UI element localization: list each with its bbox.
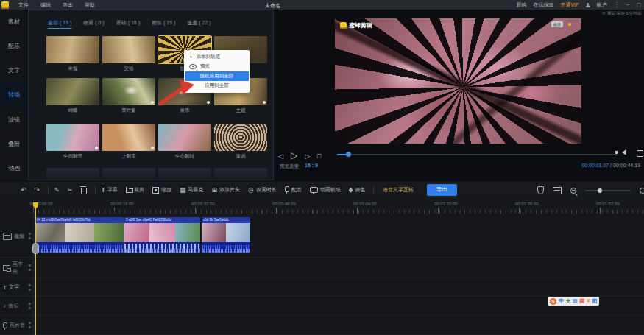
transition-thumbnail[interactable] bbox=[102, 78, 155, 105]
link-new-purchase[interactable]: 新购 bbox=[516, 1, 526, 9]
transition-item[interactable]: 中心翻转 bbox=[158, 124, 211, 160]
seek-knob[interactable] bbox=[346, 152, 351, 157]
more-menu-icon[interactable] bbox=[614, 1, 620, 8]
voiceover-button[interactable]: 配音 bbox=[285, 186, 302, 194]
transition-thumbnail[interactable] bbox=[158, 168, 211, 180]
track-text[interactable]: 文字 bbox=[0, 278, 644, 297]
ruler-label: 00:01:20.00 bbox=[434, 202, 458, 206]
redo-button[interactable] bbox=[35, 186, 40, 194]
sidebar-item-overlays[interactable]: 叠附 bbox=[0, 132, 28, 156]
menu-export[interactable]: 导出 bbox=[63, 1, 73, 9]
minimize-icon[interactable] bbox=[626, 1, 630, 8]
aspect-ratio-value[interactable]: 16 : 9 bbox=[305, 163, 318, 168]
transition-item[interactable]: 中间翻开 bbox=[46, 124, 99, 160]
undo-button[interactable] bbox=[21, 186, 26, 194]
track-manager-icon[interactable] bbox=[553, 187, 562, 194]
track-toggles[interactable] bbox=[29, 322, 31, 328]
tab-basic[interactable]: 基础 ( 18 ) bbox=[116, 19, 140, 29]
track-video[interactable]: 视频 04 12 c4d3b5ae56a4d6 fa9133b76d 3 a2f… bbox=[0, 215, 644, 258]
account-icon[interactable] bbox=[586, 3, 590, 7]
duration-button[interactable]: 设置时长 bbox=[248, 186, 277, 194]
transition-item[interactable]: 交错 bbox=[102, 36, 155, 72]
transition-thumbnail[interactable] bbox=[46, 78, 99, 105]
edit-button[interactable] bbox=[54, 187, 60, 194]
transition-thumbnail[interactable] bbox=[46, 168, 99, 180]
menu-add-to-track[interactable]: 添加到轨道 bbox=[184, 52, 250, 62]
mosaic-button[interactable]: 马赛克 bbox=[180, 186, 204, 194]
seek-slider[interactable] bbox=[337, 154, 617, 155]
timeline-zoom-slider[interactable] bbox=[585, 190, 631, 191]
sidebar-item-filters[interactable]: 滤镜 bbox=[0, 107, 28, 132]
playhead-line[interactable] bbox=[35, 203, 36, 335]
tab-cover[interactable]: 覆盖 ( 22 ) bbox=[187, 19, 210, 29]
sidebar-item-media[interactable]: 素材 bbox=[0, 10, 28, 34]
playhead-handle[interactable] bbox=[32, 243, 39, 254]
menu-edit[interactable]: 编辑 bbox=[40, 1, 51, 9]
menu-help[interactable]: 帮助 bbox=[85, 1, 95, 9]
transition-item[interactable]: 百叶窗 bbox=[102, 78, 155, 114]
text-icon bbox=[102, 186, 106, 194]
video-clip[interactable]: 04 12 c4d3b5ae56a4d6 fa9133b76d bbox=[35, 217, 124, 253]
track-toggles[interactable] bbox=[29, 233, 31, 239]
sidebar-item-music[interactable]: 配乐 bbox=[0, 34, 28, 58]
transition-item-partial[interactable] bbox=[102, 168, 155, 180]
zoom-in-icon[interactable] bbox=[640, 188, 644, 194]
next-frame-button[interactable] bbox=[305, 148, 310, 161]
tab-favorites[interactable]: 收藏 ( 0 ) bbox=[83, 19, 104, 29]
tab-all[interactable]: 全部 ( 19 ) bbox=[48, 19, 71, 29]
transition-thumbnail[interactable] bbox=[214, 124, 267, 151]
video-clip[interactable]: c6d 3b 5ae5a6db bbox=[202, 217, 250, 253]
zoom-button[interactable]: 缩放 bbox=[152, 186, 171, 194]
link-online-support[interactable]: 在线保障 bbox=[533, 1, 553, 9]
transition-item[interactable]: 上翻页 bbox=[102, 124, 155, 160]
track-toggles[interactable] bbox=[29, 303, 31, 309]
transition-thumbnail[interactable] bbox=[102, 124, 155, 151]
link-account[interactable]: 帐户 bbox=[597, 1, 607, 9]
transition-thumbnail[interactable] bbox=[214, 168, 267, 180]
sticker-button[interactable]: 动画贴纸 bbox=[310, 186, 341, 194]
track-toggles[interactable] bbox=[29, 264, 31, 271]
track-voiceover[interactable]: 画外音 bbox=[0, 316, 644, 335]
track-pip[interactable]: 画中画 bbox=[0, 258, 644, 278]
video-clip[interactable]: 3 a2f0 5ae c6a4C Fa91338c6d bbox=[124, 217, 200, 253]
quality-badge[interactable]: 标清 bbox=[551, 21, 563, 27]
sidebar-item-transitions[interactable]: 转场 bbox=[0, 82, 28, 107]
play-button[interactable] bbox=[291, 148, 297, 161]
transition-thumbnail[interactable] bbox=[46, 124, 99, 151]
volume-icon[interactable] bbox=[622, 149, 626, 155]
sidebar-item-animations[interactable]: 动画 bbox=[0, 156, 28, 180]
crop-button[interactable]: 裁剪 bbox=[126, 186, 144, 194]
tab-wipe[interactable]: 擦除 ( 19 ) bbox=[152, 19, 175, 29]
split-button[interactable] bbox=[68, 187, 73, 194]
sidebar-item-text[interactable]: 文字 bbox=[0, 58, 28, 82]
delete-button[interactable] bbox=[81, 186, 87, 194]
timeline-ruler[interactable]: 00:00:00.00 00:00:16.00 00:00:32.00 00:0… bbox=[0, 199, 644, 215]
zoom-slider-knob[interactable] bbox=[598, 188, 602, 193]
add-opener-button[interactable]: 添加片头 bbox=[212, 186, 241, 194]
transition-thumbnail[interactable] bbox=[102, 168, 155, 180]
transition-item-partial[interactable] bbox=[158, 168, 211, 180]
transition-thumbnail[interactable] bbox=[46, 36, 99, 63]
previous-frame-button[interactable] bbox=[278, 148, 283, 161]
menu-file[interactable]: 文件 bbox=[18, 1, 29, 9]
fullscreen-icon[interactable] bbox=[637, 150, 643, 157]
transition-item[interactable]: 蝴蝶 bbox=[46, 78, 99, 114]
shield-icon[interactable] bbox=[537, 186, 544, 194]
menu-preview[interactable]: 预览 bbox=[184, 62, 250, 71]
speech-text-convert-button[interactable]: 语音文字互转 bbox=[383, 186, 414, 194]
link-vip[interactable]: 开通VIP bbox=[560, 1, 578, 9]
zoom-out-icon[interactable] bbox=[570, 188, 576, 194]
transition-item[interactable]: 米旋 bbox=[46, 36, 99, 72]
transition-item-partial[interactable] bbox=[214, 168, 267, 180]
track-toggles[interactable] bbox=[29, 284, 31, 291]
export-button[interactable]: 导出 bbox=[427, 184, 457, 196]
transition-thumbnail[interactable] bbox=[158, 124, 211, 151]
maximize-icon[interactable] bbox=[636, 2, 641, 8]
stop-button[interactable] bbox=[317, 148, 321, 161]
preview-video[interactable] bbox=[335, 18, 581, 144]
transition-item-partial[interactable] bbox=[46, 168, 99, 180]
transition-thumbnail[interactable] bbox=[102, 36, 155, 63]
color-button[interactable]: 调色 bbox=[349, 186, 365, 194]
subtitle-button[interactable]: 字幕 bbox=[102, 186, 118, 194]
transition-item[interactable]: 漩涡 bbox=[214, 124, 267, 160]
